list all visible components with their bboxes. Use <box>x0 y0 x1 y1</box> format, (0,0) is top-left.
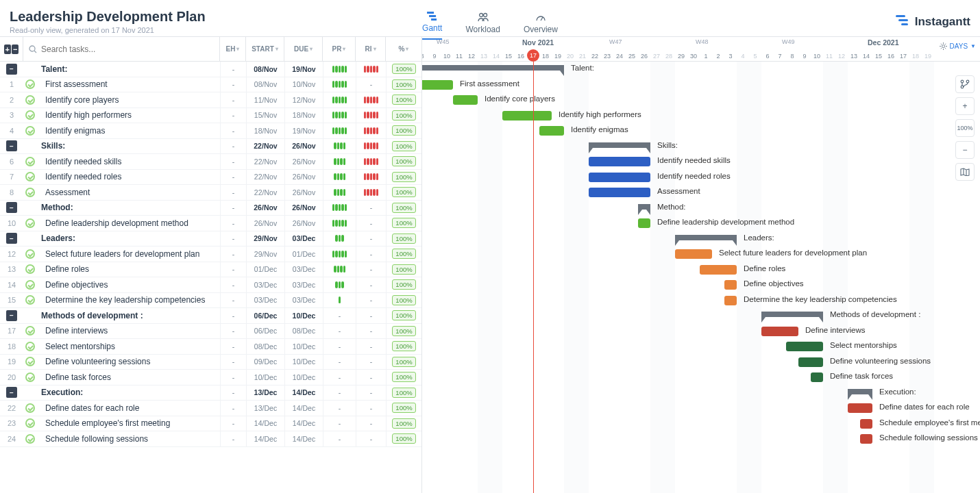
col-pct[interactable]: %▾ <box>386 37 421 61</box>
group-bar[interactable] <box>848 389 872 394</box>
row-number: 8 <box>0 188 23 197</box>
brand-logo[interactable]: Instagantt <box>896 14 970 29</box>
cell-ri <box>356 185 386 200</box>
task-row[interactable]: 22Define dates for each role-13/Dec14/De… <box>0 401 421 416</box>
collapse-button[interactable]: − <box>6 202 17 213</box>
cell-start: 01/Dec <box>246 262 284 277</box>
task-bar[interactable] <box>761 327 798 336</box>
group-bar[interactable] <box>675 235 737 240</box>
task-row[interactable]: 8Assessment-22/Nov26/Nov100% <box>0 185 421 201</box>
zoom-dropdown[interactable]: DAYS ▼ <box>940 42 976 50</box>
task-row[interactable]: 14Define objectives-03/Dec03/Dec-100% <box>0 277 421 293</box>
task-row[interactable]: 19Define volunteering sessions-09/Dec10/… <box>0 355 421 370</box>
task-bar[interactable] <box>860 434 872 444</box>
week-label: W48 <box>696 38 709 45</box>
task-row[interactable]: 2Identify core players-11/Nov12/Nov100% <box>0 92 421 108</box>
expand-collapse-button[interactable]: +− <box>0 37 23 61</box>
zoom-in-button[interactable]: + <box>955 97 975 115</box>
task-row[interactable]: 13Define roles-01/Dec03/Dec-100% <box>0 262 421 278</box>
group-row[interactable]: −Skills:-22/Nov26/Nov100% <box>0 139 421 155</box>
col-ri[interactable]: RI▾ <box>356 37 386 61</box>
tab-workload[interactable]: Workload <box>465 12 500 40</box>
day-label: 8 <box>786 53 798 60</box>
task-row[interactable]: 18Select mentorships-08/Dec10/Dec--100% <box>0 339 421 355</box>
gantt-row: Identify enigmas <box>422 123 980 139</box>
branch-button[interactable] <box>955 75 975 93</box>
group-bar[interactable] <box>422 65 564 71</box>
task-bar[interactable] <box>786 342 823 351</box>
task-row[interactable]: 20Define task forces-10/Dec10/Dec--100% <box>0 370 421 385</box>
task-bar[interactable] <box>589 188 650 197</box>
group-bar[interactable] <box>761 312 823 317</box>
collapse-button[interactable]: − <box>6 387 17 398</box>
cell-eh: - <box>220 431 246 446</box>
task-bar[interactable] <box>422 80 453 90</box>
group-row[interactable]: −Talent:-08/Nov19/Nov100% <box>0 62 421 77</box>
pct-badge: 100% <box>392 433 415 444</box>
cell-ri: - <box>356 262 386 277</box>
zoom-reset-button[interactable]: 100% <box>955 119 975 137</box>
cell-pr <box>323 92 356 108</box>
task-bar[interactable] <box>589 173 650 182</box>
col-start[interactable]: START▾ <box>246 37 284 61</box>
collapse-button[interactable]: − <box>6 233 17 244</box>
cell-eh: - <box>220 139 246 154</box>
task-bar[interactable] <box>700 265 737 275</box>
task-bar[interactable] <box>675 249 712 259</box>
collapse-button[interactable]: − <box>6 140 17 151</box>
day-label: 3 <box>724 53 737 60</box>
bar-label: Define interviews <box>805 326 866 334</box>
group-row[interactable]: −Execution:-13/Dec14/Dec--100% <box>0 385 421 401</box>
task-name: Define interviews <box>37 326 220 336</box>
task-row[interactable]: 10Define leadership development method-2… <box>0 216 421 231</box>
gear-icon <box>940 42 947 50</box>
cell-start: 08/Nov <box>246 77 284 92</box>
group-row[interactable]: −Method:-26/Nov26/Nov-100% <box>0 201 421 216</box>
task-row[interactable]: 4Identify enigmas-18/Nov19/Nov100% <box>0 123 421 139</box>
collapse-button[interactable]: − <box>6 64 17 75</box>
task-row[interactable]: 7Identify needed roles-22/Nov26/Nov100% <box>0 170 421 186</box>
svg-rect-1 <box>429 15 436 17</box>
task-row[interactable]: 12Select future leaders for development … <box>0 246 421 262</box>
col-pr[interactable]: PR▾ <box>323 37 356 61</box>
group-row[interactable]: −Methods of development :-06/Dec10/Dec--… <box>0 308 421 324</box>
task-bar[interactable] <box>638 218 650 228</box>
task-row[interactable]: 1First assessment-08/Nov10/Nov-100% <box>0 77 421 93</box>
group-row[interactable]: −Leaders:-29/Nov03/Dec-100% <box>0 231 421 247</box>
task-row[interactable]: 15Determine the key leadership competenc… <box>0 293 421 309</box>
task-bar[interactable] <box>589 157 650 166</box>
task-bar[interactable] <box>724 280 737 290</box>
cell-pr <box>323 123 356 138</box>
task-bar[interactable] <box>539 126 564 136</box>
task-row[interactable]: 17Define interviews-06/Dec08/Dec--100% <box>0 324 421 340</box>
task-row[interactable]: 23Schedule employee's first meeting-14/D… <box>0 416 421 432</box>
tab-overview[interactable]: Overview <box>524 12 558 40</box>
collapse-button[interactable]: − <box>6 310 17 321</box>
search-box[interactable] <box>23 37 220 61</box>
task-row[interactable]: 6Identify needed skills-22/Nov26/Nov100% <box>0 154 421 170</box>
task-bar[interactable] <box>811 372 823 382</box>
group-bar[interactable] <box>638 204 650 210</box>
group-bar[interactable] <box>589 142 650 148</box>
task-row[interactable]: 24Schedule following sessions-14/Dec14/D… <box>0 431 421 447</box>
task-bar[interactable] <box>860 419 872 429</box>
task-row[interactable]: 3Identify high performers-15/Nov18/Nov10… <box>0 108 421 124</box>
task-bar[interactable] <box>798 357 823 367</box>
task-bar[interactable] <box>848 403 872 413</box>
day-label: 8 <box>422 53 428 60</box>
search-input[interactable] <box>41 45 214 54</box>
col-eh[interactable]: EH▾ <box>220 37 246 61</box>
row-number: 18 <box>0 342 23 351</box>
map-button[interactable] <box>955 163 975 181</box>
zoom-out-button[interactable]: − <box>955 141 975 159</box>
task-bar[interactable] <box>724 296 737 305</box>
col-due[interactable]: DUE▾ <box>284 37 323 61</box>
cell-eh: - <box>220 370 246 385</box>
gantt-row: Define roles <box>422 262 980 278</box>
bar-label: Execution: <box>879 388 916 396</box>
tab-gantt[interactable]: Gantt <box>422 11 442 40</box>
people-icon <box>478 12 489 22</box>
cell-ri <box>356 139 386 154</box>
task-bar[interactable] <box>453 95 478 105</box>
task-bar[interactable] <box>502 111 552 121</box>
